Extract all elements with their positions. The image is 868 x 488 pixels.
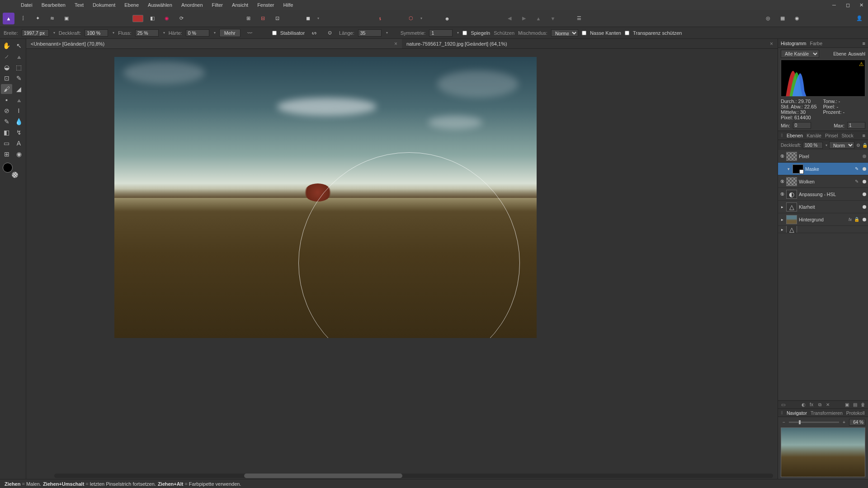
rope-stabilizer-icon[interactable]: ᔕ <box>308 27 320 39</box>
move-tool[interactable]: ↖ <box>13 41 24 51</box>
auto-wb-icon[interactable]: ⟳ <box>175 13 187 24</box>
brushes-tab[interactable]: Pinsel <box>825 133 838 138</box>
layer-pixel[interactable]: ⦿ Pixel <box>778 150 868 163</box>
flood-select-tool[interactable]: ⊡ <box>1 73 12 83</box>
selection-color-swatch[interactable] <box>132 13 144 24</box>
auto-colors-icon[interactable]: ◉ <box>161 13 173 24</box>
horizontal-scrollbar[interactable] <box>54 474 773 478</box>
app-logo-icon[interactable]: ▲ <box>3 13 14 24</box>
panel-menu-icon[interactable]: ≡ <box>863 133 865 138</box>
text-tool[interactable]: A <box>13 138 24 148</box>
layer-hintergrund[interactable]: ▸ Hintergrund fx 🔒 <box>778 213 868 226</box>
document-tab-2[interactable]: nature-7595617_1920.jpg [Geändert] (64,1… <box>402 39 778 48</box>
freehand-select-tool[interactable]: ✎ <box>13 73 24 83</box>
gear-icon[interactable]: ⚙ <box>856 142 860 148</box>
picker-tool[interactable]: ◉ <box>13 149 24 159</box>
persona-develop-icon[interactable]: ≋ <box>46 13 58 24</box>
selection-intersect-icon[interactable]: ⊡ <box>271 13 283 24</box>
layer-blend-select[interactable]: Normal <box>829 141 854 149</box>
pen-tool[interactable]: I <box>13 106 24 116</box>
dropdown-icon[interactable]: ▾ <box>163 31 165 35</box>
collapse-toggle[interactable]: ▸ <box>780 227 784 232</box>
brush-hardness-input[interactable] <box>186 29 209 37</box>
minimize-button[interactable]: ─ <box>827 0 841 10</box>
show-grid-icon[interactable]: ▦ <box>777 13 788 24</box>
color-replace-tool[interactable]: ◢ <box>13 84 24 94</box>
layer-klarheit[interactable]: ▸ △ Klarheit <box>778 201 868 213</box>
menu-bearbeiten[interactable]: Bearbeiten <box>37 0 70 9</box>
menu-auswaehlen[interactable]: Auswählen <box>143 0 177 9</box>
protect-alpha-checkbox[interactable] <box>625 31 629 35</box>
edit-icon[interactable]: ✎ <box>854 178 860 185</box>
lock-icon[interactable]: 🔒 <box>862 142 868 148</box>
lock-icon[interactable]: 🔒 <box>854 216 860 223</box>
menu-filter[interactable]: Filter <box>208 0 227 9</box>
tab-close-icon[interactable]: × <box>770 41 773 47</box>
layer-thumbnail[interactable] <box>793 164 803 174</box>
arrange-up-icon[interactable]: ▲ <box>533 13 544 24</box>
background-color[interactable] <box>12 172 18 178</box>
layer-hsl[interactable]: ⦿ ◐ Anpassung - HSL <box>778 188 868 201</box>
menu-fenster[interactable]: Fenster <box>253 0 278 9</box>
align-distribute-icon[interactable]: ☰ <box>573 13 585 24</box>
account-icon[interactable]: 👤 <box>854 13 865 24</box>
crop-icon[interactable]: ✕ <box>825 402 831 408</box>
dropdown-icon[interactable]: ▾ <box>457 31 459 35</box>
stabilizer-checkbox[interactable] <box>272 31 277 35</box>
quick-mask-icon[interactable]: ◼ <box>302 13 314 24</box>
transform-tab[interactable]: Transformieren <box>811 410 843 416</box>
dropdown-icon[interactable]: ▾ <box>317 16 319 20</box>
show-rulers-icon[interactable]: ◎ <box>762 13 774 24</box>
stock-tab[interactable]: Stock <box>842 133 854 138</box>
menu-ebene[interactable]: Ebene <box>120 0 143 9</box>
fx-icon[interactable]: fx <box>808 402 815 408</box>
pixel-tool[interactable]: ▪ <box>1 95 12 105</box>
arrange-down-icon[interactable]: ▼ <box>547 13 559 24</box>
navigator-tab[interactable]: Navigator <box>787 410 807 416</box>
menu-ansicht[interactable]: Ansicht <box>227 0 253 9</box>
fill-tool[interactable]: ⟁ <box>13 95 24 105</box>
layer-thumbnail[interactable]: △ <box>786 226 797 233</box>
history-tab[interactable]: Protokoll <box>846 410 865 416</box>
collapse-toggle[interactable]: ▸ <box>780 217 784 222</box>
brush-width-input[interactable] <box>22 29 49 37</box>
edit-icon[interactable]: ✎ <box>854 166 860 172</box>
eraser-tool[interactable]: ◧ <box>1 127 12 137</box>
zoom-in-icon[interactable]: + <box>841 419 847 426</box>
length-input[interactable] <box>358 29 382 37</box>
selection-subtract-icon[interactable]: ⊟ <box>257 13 269 24</box>
brush-flow-input[interactable] <box>135 29 159 37</box>
menu-anordnen[interactable]: Anordnen <box>177 0 208 9</box>
visibility-toggle[interactable]: ⦿ <box>780 179 784 184</box>
zoom-input[interactable] <box>849 419 865 426</box>
fx-badge[interactable]: fx <box>849 217 852 222</box>
layer-visible-dot[interactable] <box>863 167 866 171</box>
delete-layer-icon[interactable]: 🗑 <box>860 402 866 408</box>
arrange-left-icon[interactable]: ◀ <box>504 13 515 24</box>
mask-btn-icon[interactable]: ▭ <box>780 402 786 408</box>
window-stabilizer-icon[interactable]: ⊙ <box>324 27 335 39</box>
crop-tool[interactable]: ⟁ <box>13 52 24 61</box>
layer-opacity-input[interactable] <box>803 142 823 149</box>
document-tab-1[interactable]: <Unbenannt> [Geändert] (70,8%) × <box>26 39 402 48</box>
document-canvas[interactable] <box>114 57 537 338</box>
protect-label[interactable]: Schützen <box>494 30 514 36</box>
layer-visible-dot[interactable] <box>863 205 866 209</box>
marquee-tool[interactable]: ⬚ <box>13 62 24 72</box>
dropdown-icon[interactable]: ▾ <box>386 31 388 35</box>
dropdown-icon[interactable]: ▾ <box>113 31 114 35</box>
maximize-button[interactable]: ◻ <box>841 0 854 10</box>
add-layer-icon[interactable]: ▤ <box>852 402 858 408</box>
dropdown-icon[interactable]: ▾ <box>826 143 827 147</box>
layer-thumbnail[interactable]: ◐ <box>786 190 797 199</box>
zoom-out-icon[interactable]: − <box>781 419 787 426</box>
layer-wolken[interactable]: ⦿ Wolken ✎ <box>778 175 868 188</box>
close-button[interactable]: ✕ <box>854 0 868 10</box>
assistant-icon[interactable]: ☻ <box>441 13 453 24</box>
dropdown-icon[interactable]: ▾ <box>214 31 216 35</box>
persona-export-icon[interactable]: ▣ <box>61 13 72 24</box>
persona-liquify-icon[interactable]: ✦ <box>32 13 43 24</box>
foreground-color[interactable] <box>3 163 13 173</box>
menu-text[interactable]: Text <box>70 0 88 9</box>
visibility-toggle[interactable]: ⦿ <box>780 154 784 159</box>
